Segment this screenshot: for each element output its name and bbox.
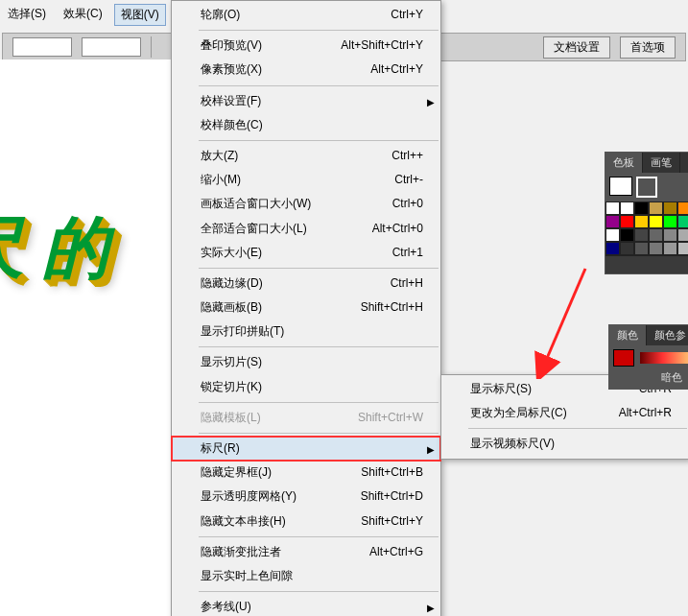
menu-item-label: 轮廓(O) bbox=[201, 6, 240, 24]
menu-item[interactable]: 缩小(M)Ctrl+- bbox=[172, 168, 440, 192]
tab-color[interactable]: 颜色 bbox=[609, 325, 647, 345]
menu-item[interactable]: 叠印预览(V)Alt+Shift+Ctrl+Y bbox=[172, 34, 440, 58]
menu-item-label: 显示视频标尺(V) bbox=[470, 435, 555, 453]
menu-item[interactable]: 显示实时上色间隙 bbox=[172, 564, 440, 588]
swatch[interactable] bbox=[605, 228, 620, 242]
swatch[interactable] bbox=[677, 215, 688, 228]
tab-brushes[interactable]: 画笔 bbox=[643, 153, 680, 173]
menu-item-shortcut: Shift+Ctrl+H bbox=[361, 298, 423, 317]
menu-item-shortcut: Shift+Ctrl+D bbox=[361, 487, 423, 506]
menu-item[interactable]: 隐藏边缘(D)Ctrl+H bbox=[172, 272, 440, 296]
menu-item-label: 隐藏定界框(J) bbox=[201, 463, 272, 482]
swatch[interactable] bbox=[677, 242, 688, 255]
submenu-item[interactable]: 更改为全局标尺(C)Alt+Ctrl+R bbox=[441, 401, 688, 425]
menu-item-label: 更改为全局标尺(C) bbox=[470, 404, 567, 422]
swatch[interactable] bbox=[620, 201, 634, 215]
menu-select[interactable]: 选择(S) bbox=[2, 4, 52, 26]
doc-setup-button[interactable]: 文档设置 bbox=[543, 36, 610, 59]
menu-item-shortcut: Shift+Ctrl+B bbox=[361, 463, 423, 482]
color-panel[interactable]: 颜色 颜色参 暗色 bbox=[608, 324, 688, 390]
swatch[interactable] bbox=[620, 242, 634, 255]
menu-item-shortcut: Alt+Ctrl+R bbox=[619, 404, 672, 422]
menu-item[interactable]: 参考线(U)▶ bbox=[172, 595, 440, 616]
menu-item[interactable]: 锁定切片(K) bbox=[172, 375, 440, 399]
swatch[interactable] bbox=[649, 228, 663, 242]
submenu-item[interactable]: 显示视频标尺(V) bbox=[441, 432, 688, 456]
swatch[interactable] bbox=[620, 228, 634, 242]
menu-item-shortcut: Ctrl+0 bbox=[392, 195, 423, 213]
menu-item[interactable]: 放大(Z)Ctrl++ bbox=[172, 144, 440, 168]
menu-item[interactable]: 隐藏渐变批注者Alt+Ctrl+G bbox=[172, 540, 440, 564]
menu-item-label: 隐藏画板(B) bbox=[201, 298, 262, 317]
swatch[interactable] bbox=[663, 215, 677, 228]
swatches-panel[interactable]: 色板 画笔 符 bbox=[605, 152, 688, 274]
tab-symbols[interactable]: 符 bbox=[680, 153, 688, 173]
menu-item[interactable]: 显示透明度网格(Y)Shift+Ctrl+D bbox=[172, 485, 440, 509]
swatch[interactable] bbox=[649, 201, 663, 215]
menu-item[interactable]: 全部适合窗口大小(L)Alt+Ctrl+0 bbox=[172, 217, 440, 241]
tab-color-guide[interactable]: 颜色参 bbox=[647, 325, 688, 345]
swatch[interactable] bbox=[677, 228, 688, 242]
toolbar-dropdown-1[interactable] bbox=[12, 37, 72, 57]
menu-separator bbox=[199, 433, 439, 434]
swatch[interactable] bbox=[605, 201, 620, 215]
menu-item-label: 隐藏渐变批注者 bbox=[201, 543, 281, 561]
swatch[interactable] bbox=[649, 242, 663, 255]
menu-item-shortcut: Alt+Ctrl+Y bbox=[370, 60, 423, 79]
prefs-button[interactable]: 首选项 bbox=[620, 36, 676, 59]
menu-item[interactable]: 实际大小(E)Ctrl+1 bbox=[172, 241, 440, 265]
swatches-grid[interactable] bbox=[605, 201, 688, 255]
toolbar-dropdown-2[interactable] bbox=[82, 37, 141, 57]
menu-item-shortcut: Alt+Ctrl+0 bbox=[372, 220, 423, 238]
swatch[interactable] bbox=[620, 215, 634, 228]
color-spectrum[interactable] bbox=[640, 352, 688, 364]
color-well[interactable] bbox=[613, 349, 634, 367]
menu-view[interactable]: 视图(V) bbox=[114, 4, 166, 26]
swatch[interactable] bbox=[605, 242, 620, 255]
menu-item-label: 显示标尺(S) bbox=[470, 380, 532, 398]
color-tabs: 颜色 颜色参 bbox=[609, 325, 688, 345]
menu-item[interactable]: 校样设置(F)▶ bbox=[172, 89, 440, 113]
swatch[interactable] bbox=[663, 201, 677, 215]
menu-item-label: 全部适合窗口大小(L) bbox=[201, 220, 307, 238]
menu-item[interactable]: 校样颜色(C) bbox=[172, 113, 440, 137]
menu-item[interactable]: 像素预览(X)Alt+Ctrl+Y bbox=[172, 58, 440, 82]
fill-color-well[interactable] bbox=[609, 177, 632, 196]
swatch[interactable] bbox=[663, 242, 677, 255]
menu-separator bbox=[199, 140, 439, 141]
menu-item-label: 参考线(U) bbox=[201, 598, 251, 616]
tab-swatches[interactable]: 色板 bbox=[605, 153, 643, 173]
menu-item[interactable]: 隐藏定界框(J)Shift+Ctrl+B bbox=[172, 461, 440, 485]
menu-item-label: 锁定切片(K) bbox=[201, 378, 262, 396]
menu-item-shortcut: Ctrl+Y bbox=[391, 6, 423, 24]
view-menu-dropdown: 轮廓(O)Ctrl+Y叠印预览(V)Alt+Shift+Ctrl+Y像素预览(X… bbox=[171, 0, 441, 616]
swatch[interactable] bbox=[634, 242, 649, 255]
menu-item-label: 画板适合窗口大小(W) bbox=[201, 195, 311, 213]
swatch[interactable] bbox=[634, 215, 649, 228]
swatch[interactable] bbox=[649, 215, 663, 228]
menu-separator bbox=[199, 346, 439, 347]
menu-item[interactable]: 画板适合窗口大小(W)Ctrl+0 bbox=[172, 192, 440, 216]
menu-separator bbox=[468, 428, 687, 429]
swatches-footer bbox=[605, 255, 688, 273]
3d-text: 尺 的 bbox=[0, 203, 109, 294]
menu-item-label: 隐藏边缘(D) bbox=[201, 274, 263, 293]
swatch[interactable] bbox=[634, 201, 649, 215]
menu-item[interactable]: 标尺(R)▶ bbox=[172, 437, 440, 461]
menu-effect[interactable]: 效果(C) bbox=[58, 4, 108, 26]
menu-item[interactable]: 隐藏画板(B)Shift+Ctrl+H bbox=[172, 296, 440, 320]
swatch[interactable] bbox=[634, 228, 649, 242]
swatch[interactable] bbox=[605, 215, 620, 228]
swatch[interactable] bbox=[677, 201, 688, 215]
menu-item[interactable]: 轮廓(O)Ctrl+Y bbox=[172, 3, 440, 27]
red-arrow-annotation bbox=[533, 264, 590, 379]
menu-item[interactable]: 显示切片(S) bbox=[172, 350, 440, 374]
menu-item[interactable]: 隐藏文本串接(H)Shift+Ctrl+Y bbox=[172, 509, 440, 533]
menu-item-shortcut: Alt+Ctrl+G bbox=[369, 543, 423, 561]
menu-separator bbox=[199, 402, 439, 403]
swatch[interactable] bbox=[663, 228, 677, 242]
stroke-color-well[interactable] bbox=[636, 177, 657, 198]
menu-item-shortcut: Shift+Ctrl+W bbox=[358, 409, 423, 427]
submenu-arrow-icon: ▶ bbox=[427, 442, 435, 458]
menu-item[interactable]: 显示打印拼贴(T) bbox=[172, 320, 440, 344]
